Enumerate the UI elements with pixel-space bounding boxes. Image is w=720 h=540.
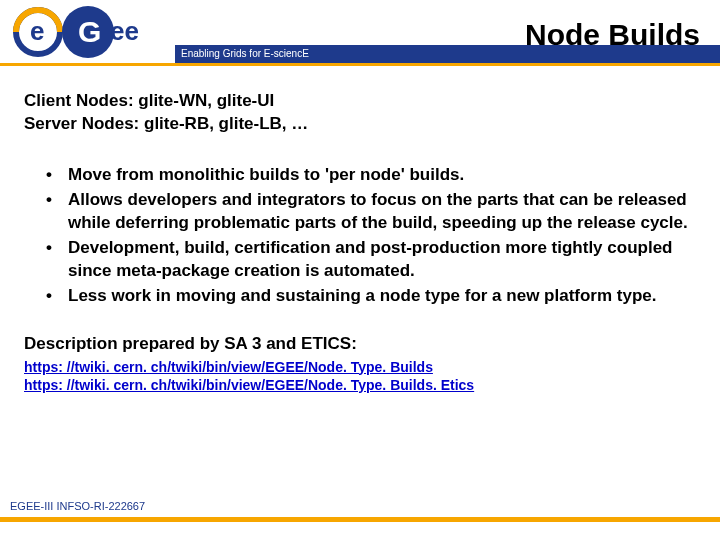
list-item: Less work in moving and sustaining a nod…	[64, 285, 696, 308]
description-heading: Description prepared by SA 3 and ETICS:	[24, 334, 696, 354]
link-nodetypebuilds[interactable]: https: //twiki. cern. ch/twiki/bin/view/…	[24, 358, 696, 377]
footer: EGEE-III INFSO-RI-222667	[0, 514, 720, 530]
egee-logo: e G ee	[10, 2, 170, 62]
svg-text:ee: ee	[110, 16, 139, 46]
list-item: Allows developers and integrators to foc…	[64, 189, 696, 235]
list-item: Move from monolithic builds to 'per node…	[64, 164, 696, 187]
footer-text: EGEE-III INFSO-RI-222667	[10, 500, 145, 512]
tagline-bar: Enabling Grids for E-sciencE	[175, 45, 720, 63]
svg-text:e: e	[30, 16, 44, 46]
list-item: Development, build, certification and po…	[64, 237, 696, 283]
server-nodes-line: Server Nodes: glite-RB, glite-LB, …	[24, 113, 696, 136]
svg-text:G: G	[78, 15, 101, 48]
header-divider	[0, 63, 720, 66]
footer-bar	[0, 517, 720, 522]
links-block: https: //twiki. cern. ch/twiki/bin/view/…	[24, 358, 696, 396]
content-area: Client Nodes: glite-WN, glite-UI Server …	[0, 70, 720, 395]
link-nodetypebuilds-etics[interactable]: https: //twiki. cern. ch/twiki/bin/view/…	[24, 376, 696, 395]
bullet-list: Move from monolithic builds to 'per node…	[24, 164, 696, 308]
node-lines: Client Nodes: glite-WN, glite-UI Server …	[24, 90, 696, 136]
client-nodes-line: Client Nodes: glite-WN, glite-UI	[24, 90, 696, 113]
header: e G ee Node Builds Enabling Grids for E-…	[0, 0, 720, 70]
